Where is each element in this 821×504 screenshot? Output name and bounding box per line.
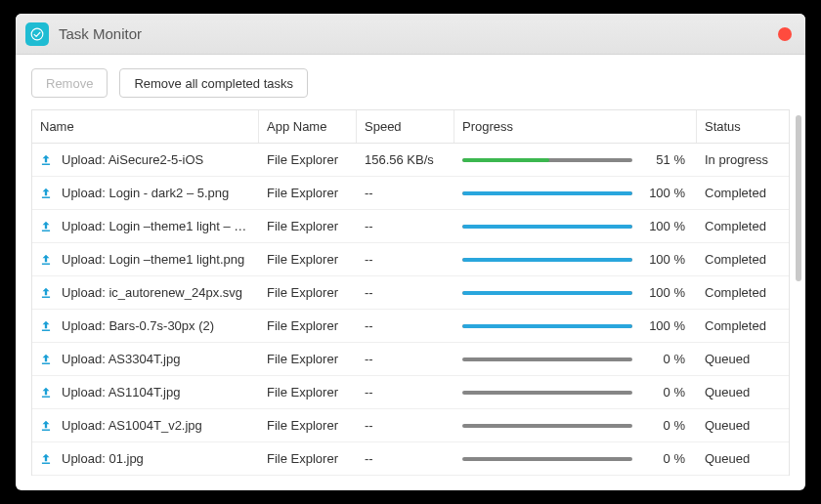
svg-rect-8: [42, 396, 50, 397]
table-row[interactable]: Upload: ic_autorenew_24px.svgFile Explor…: [32, 276, 789, 310]
svg-rect-5: [42, 296, 50, 297]
remove-all-completed-button[interactable]: Remove all completed tasks: [119, 68, 308, 98]
cell-progress: 100 %: [454, 219, 697, 233]
cell-progress: 100 %: [454, 186, 697, 200]
table: Name App Name Speed Progress Status Uplo…: [31, 109, 790, 476]
cell-name: Upload: Login –theme1 light – 1....: [32, 219, 259, 234]
check-circle-icon: [30, 27, 44, 41]
close-button[interactable]: [778, 27, 792, 41]
cell-app: File Explorer: [259, 219, 357, 233]
upload-icon: [38, 285, 54, 301]
remove-all-button-label: Remove all completed tasks: [134, 76, 293, 91]
task-name: Upload: Login - dark2 – 5.png: [62, 186, 229, 200]
progress-percent: 100 %: [642, 219, 685, 233]
window-title: Task Monitor: [59, 25, 778, 42]
progress-fill: [462, 324, 632, 328]
cell-status: Completed: [697, 318, 787, 333]
cell-progress: 100 %: [454, 252, 697, 267]
cell-speed: --: [357, 385, 454, 399]
svg-rect-7: [42, 362, 50, 363]
svg-rect-10: [42, 462, 50, 463]
task-monitor-window: Task Monitor Remove Remove all completed…: [16, 14, 805, 490]
app-icon: [25, 22, 49, 46]
task-name: Upload: Login –theme1 light – 1....: [62, 219, 251, 233]
progress-fill: [462, 291, 632, 295]
cell-speed: --: [357, 451, 454, 466]
cell-status: Queued: [697, 418, 787, 433]
cell-app: File Explorer: [259, 285, 357, 300]
col-progress[interactable]: Progress: [454, 110, 697, 143]
table-row[interactable]: Upload: AS1104T.jpgFile Explorer--0 %Que…: [32, 376, 789, 409]
table-row[interactable]: Upload: AiSecure2-5-iOSFile Explorer156.…: [32, 144, 789, 177]
cell-status: Queued: [697, 385, 787, 399]
upload-icon: [38, 252, 54, 268]
task-name: Upload: ic_autorenew_24px.svg: [62, 285, 242, 300]
cell-name: Upload: Login - dark2 – 5.png: [32, 186, 259, 201]
progress-fill: [462, 225, 632, 229]
svg-rect-9: [42, 429, 50, 430]
remove-button[interactable]: Remove: [31, 68, 108, 98]
progress-bar: [462, 191, 632, 195]
cell-name: Upload: AS3304T.jpg: [32, 352, 259, 367]
task-name: Upload: AiSecure2-5-iOS: [62, 152, 203, 167]
cell-app: File Explorer: [259, 352, 357, 366]
cell-name: Upload: Bars-0.7s-30px (2): [32, 318, 259, 334]
cell-app: File Explorer: [259, 186, 357, 200]
progress-bar: [462, 391, 632, 395]
cell-name: Upload: AS1104T.jpg: [32, 385, 259, 400]
cell-speed: --: [357, 318, 454, 333]
col-app[interactable]: App Name: [259, 110, 357, 143]
cell-speed: --: [357, 285, 454, 300]
table-row[interactable]: Upload: Login –theme1 light – 1....File …: [32, 210, 789, 243]
table-row[interactable]: Upload: AS1004T_v2.jpgFile Explorer--0 %…: [32, 409, 789, 442]
svg-point-0: [31, 28, 43, 40]
progress-bar: [462, 357, 632, 361]
toolbar: Remove Remove all completed tasks: [16, 55, 805, 109]
progress-bar: [462, 258, 632, 262]
cell-status: Completed: [697, 186, 787, 200]
upload-icon: [38, 352, 54, 367]
svg-rect-3: [42, 230, 50, 231]
cell-speed: --: [357, 186, 454, 200]
cell-status: Completed: [697, 219, 787, 233]
cell-progress: 100 %: [454, 318, 697, 333]
cell-status: Completed: [697, 252, 787, 267]
col-name[interactable]: Name: [32, 110, 259, 143]
cell-name: Upload: AS1004T_v2.jpg: [32, 418, 259, 434]
table-header: Name App Name Speed Progress Status: [32, 110, 789, 144]
col-speed[interactable]: Speed: [357, 110, 454, 143]
remove-button-label: Remove: [46, 76, 93, 91]
upload-icon: [38, 219, 54, 234]
progress-percent: 0 %: [642, 418, 685, 433]
cell-speed: 156.56 KB/s: [357, 152, 454, 167]
cell-progress: 0 %: [454, 352, 697, 366]
table-row[interactable]: Upload: AS3304T.jpgFile Explorer--0 %Que…: [32, 343, 789, 376]
cell-progress: 100 %: [454, 285, 697, 300]
cell-name: Upload: Login –theme1 light.png: [32, 252, 259, 268]
table-row[interactable]: Upload: Bars-0.7s-30px (2)File Explorer-…: [32, 310, 789, 343]
col-status[interactable]: Status: [697, 110, 787, 143]
cell-app: File Explorer: [259, 318, 357, 333]
titlebar: Task Monitor: [16, 14, 805, 55]
progress-percent: 0 %: [642, 385, 685, 399]
table-row[interactable]: Upload: 01.jpgFile Explorer--0 %Queued: [32, 442, 789, 476]
progress-fill: [462, 258, 632, 262]
upload-icon: [38, 318, 54, 334]
table-row[interactable]: Upload: Login –theme1 light.pngFile Expl…: [32, 243, 789, 276]
upload-icon: [38, 451, 54, 467]
task-name: Upload: AS1104T.jpg: [62, 385, 180, 399]
scrollbar[interactable]: [796, 115, 801, 281]
table-row[interactable]: Upload: Login - dark2 – 5.pngFile Explor…: [32, 177, 789, 210]
cell-status: Queued: [697, 451, 787, 466]
cell-name: Upload: 01.jpg: [32, 451, 259, 467]
task-name: Upload: AS3304T.jpg: [62, 352, 180, 366]
task-name: Upload: Bars-0.7s-30px (2): [62, 318, 214, 333]
progress-fill: [462, 158, 549, 162]
upload-icon: [38, 385, 54, 400]
cell-speed: --: [357, 418, 454, 433]
progress-bar: [462, 225, 632, 229]
cell-app: File Explorer: [259, 418, 357, 433]
progress-bar: [462, 424, 632, 428]
task-table: Name App Name Speed Progress Status Uplo…: [16, 109, 805, 490]
cell-status: Queued: [697, 352, 787, 366]
